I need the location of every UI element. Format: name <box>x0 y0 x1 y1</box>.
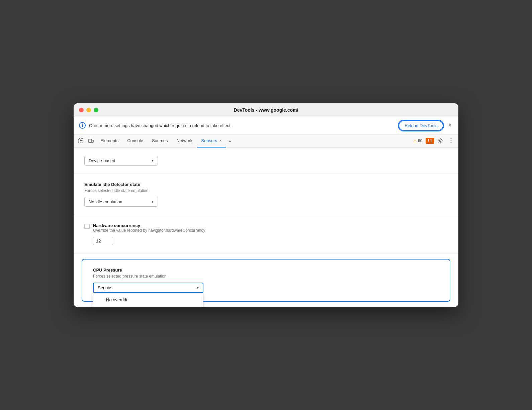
reload-devtools-button[interactable]: Reload DevTools <box>398 120 443 131</box>
hardware-concurrency-checkbox[interactable] <box>84 224 90 229</box>
hw-title: Hardware concurrency <box>93 223 205 228</box>
svg-point-3 <box>440 140 441 142</box>
hw-desc: Override the value reported by navigator… <box>93 228 205 233</box>
no-override-check <box>99 297 103 302</box>
device-toggle-icon[interactable] <box>86 136 96 145</box>
idle-detector-section: Emulate Idle Detector state Forces selec… <box>74 174 458 215</box>
main-content: Device-based ▾ Emulate Idle Detector sta… <box>74 148 458 302</box>
devtools-window: DevTools - www.google.com/ ℹ One or more… <box>74 103 458 307</box>
location-section: Device-based ▾ <box>74 148 458 174</box>
title-bar: DevTools - www.google.com/ <box>74 103 458 117</box>
svg-point-6 <box>451 142 452 143</box>
svg-rect-2 <box>92 140 93 142</box>
svg-rect-1 <box>89 139 92 142</box>
warning-icon: ⚠ <box>413 138 417 143</box>
warning-badge[interactable]: ⚠ 60 <box>411 138 424 144</box>
error-icon: ! <box>428 138 429 143</box>
warning-count: 60 <box>418 138 422 143</box>
error-badge[interactable]: ! 1 <box>426 138 434 144</box>
window-title: DevTools - www.google.com/ <box>234 107 298 113</box>
location-dropdown-arrow: ▾ <box>152 158 154 163</box>
idle-emulation-dropdown[interactable]: No idle emulation ▾ <box>84 197 158 207</box>
tab-console[interactable]: Console <box>123 134 147 147</box>
idle-detector-label: Emulate Idle Detector state <box>84 182 448 187</box>
cpu-pressure-value: Serious <box>98 285 112 290</box>
tab-bar: Elements Console Sources Network Sensors… <box>74 134 458 148</box>
cpu-pressure-section: CPU Pressure Forces selected pressure st… <box>82 259 450 302</box>
hw-info: Hardware concurrency Override the value … <box>93 223 205 233</box>
tab-actions: ⚠ 60 ! 1 <box>411 136 456 145</box>
tab-sensors-close[interactable]: ✕ <box>219 139 222 142</box>
tab-sources[interactable]: Sources <box>148 134 172 147</box>
cpu-option-no-override[interactable]: No override <box>93 294 203 306</box>
idle-detector-desc: Forces selected idle state emulation <box>84 188 448 193</box>
cpu-pressure-dropdown-wrapper: Serious ▾ No override Nominal Fair <box>93 283 203 293</box>
notification-message: One or more settings have changed which … <box>89 123 395 128</box>
inspect-icon[interactable] <box>76 136 86 145</box>
location-dropdown-value: Device-based <box>89 158 115 163</box>
notification-bar: ℹ One or more settings have changed whic… <box>74 117 458 134</box>
location-dropdown[interactable]: Device-based ▾ <box>84 156 158 166</box>
cpu-option-nominal[interactable]: Nominal <box>93 306 203 307</box>
cpu-pressure-dropdown[interactable]: Serious ▾ <box>93 283 203 293</box>
hardware-concurrency-input[interactable] <box>93 237 113 245</box>
svg-point-5 <box>451 140 452 141</box>
tab-network[interactable]: Network <box>173 134 197 147</box>
minimize-button[interactable] <box>86 108 91 112</box>
cpu-pressure-arrow: ▾ <box>197 285 199 290</box>
traffic-lights <box>79 108 98 112</box>
tab-sensors[interactable]: Sensors ✕ <box>197 134 226 147</box>
tab-overflow-button[interactable]: » <box>227 138 233 143</box>
cpu-pressure-menu: No override Nominal Fair ✓ Serious <box>93 294 203 307</box>
hardware-concurrency-section: Hardware concurrency Override the value … <box>74 215 458 253</box>
info-icon: ℹ <box>79 122 86 129</box>
close-notification-button[interactable]: × <box>447 122 453 129</box>
svg-point-4 <box>451 138 452 139</box>
cpu-pressure-desc: Forces selected pressure state emulation <box>93 274 439 279</box>
settings-icon[interactable] <box>436 136 445 145</box>
cpu-pressure-label: CPU Pressure <box>93 268 439 273</box>
error-count: 1 <box>430 138 432 143</box>
close-button[interactable] <box>79 108 84 112</box>
more-menu-icon[interactable] <box>446 136 456 145</box>
hw-header: Hardware concurrency Override the value … <box>84 223 448 233</box>
tab-elements[interactable]: Elements <box>96 134 122 147</box>
maximize-button[interactable] <box>94 108 98 112</box>
idle-emulation-arrow: ▾ <box>152 199 154 204</box>
idle-emulation-value: No idle emulation <box>89 199 122 204</box>
